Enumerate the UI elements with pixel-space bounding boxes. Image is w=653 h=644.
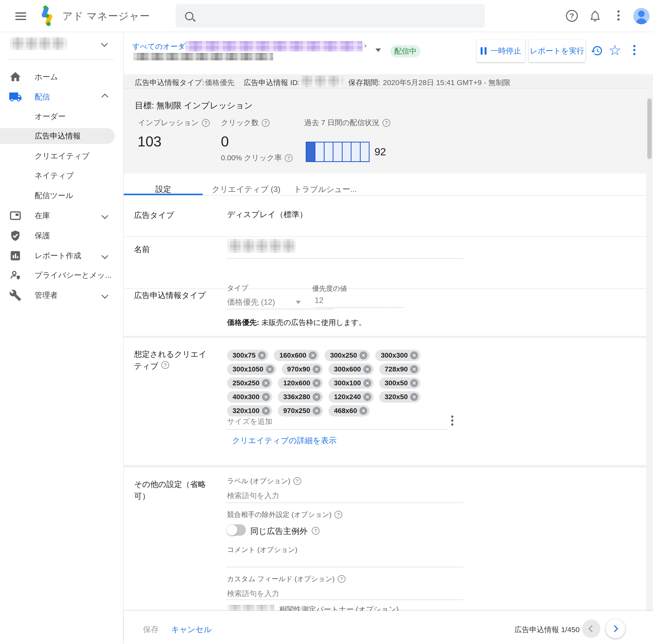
remove-size-icon[interactable]: ×	[258, 351, 266, 360]
size-chip: 160x600 ×	[274, 350, 319, 361]
sidebar-item-privacy[interactable]: プライバシーとメッ...	[0, 267, 115, 283]
sidebar-item-label: レポート作成	[34, 250, 81, 261]
size-chip-label: 160x600	[279, 351, 306, 360]
type-select-value[interactable]: 価格優先 (12)	[227, 297, 275, 308]
name-input[interactable]	[226, 258, 463, 259]
sidebar-item-admin[interactable]: 管理者	[0, 288, 115, 303]
creative-details-link[interactable]: クリエイティブの詳細を表示	[232, 435, 337, 446]
sizes-more-vert-icon[interactable]	[451, 416, 453, 426]
help-icon[interactable]: ?	[285, 154, 293, 162]
remove-size-icon[interactable]: ×	[313, 379, 320, 387]
pause-button-label: 一時停止	[490, 46, 521, 56]
size-chip-label: 300x600	[334, 365, 361, 373]
sidebar-item-delivery[interactable]: 配信	[0, 89, 115, 105]
remove-size-icon[interactable]: ×	[359, 407, 367, 415]
sidebar-item-reporting[interactable]: レポート作成	[0, 248, 115, 264]
label-opt-label: ラベル (オプション) ?	[227, 476, 301, 486]
remove-size-icon[interactable]: ×	[363, 379, 371, 387]
scrollbar-thumb[interactable]	[647, 98, 652, 159]
remove-size-icon[interactable]: ×	[410, 393, 418, 401]
comment-input[interactable]	[226, 567, 463, 567]
label-search-input[interactable]	[226, 502, 463, 503]
sidebar-item-protections[interactable]: 保護	[0, 228, 115, 244]
run-report-label: レポートを実行	[530, 46, 584, 56]
remove-size-icon[interactable]: ×	[262, 393, 270, 401]
help-icon[interactable]: ?	[293, 477, 301, 485]
custom-fields-input[interactable]	[226, 599, 463, 600]
more-vert-icon[interactable]	[618, 10, 620, 21]
chevron-right-icon	[611, 625, 618, 632]
remove-size-icon[interactable]: ×	[410, 365, 418, 373]
help-icon[interactable]: ?	[566, 10, 578, 22]
help-icon[interactable]: ?	[338, 575, 345, 583]
remove-size-icon[interactable]: ×	[309, 351, 317, 360]
breadcrumb-all-orders-link[interactable]: すべてのオーダー	[132, 42, 193, 52]
more-actions-icon[interactable]	[633, 45, 635, 55]
type-label: 広告申込情報タイプ:	[135, 78, 204, 88]
breadcrumb-dropdown-icon[interactable]	[376, 48, 381, 52]
sidebar-item-creatives[interactable]: クリエイティブ	[0, 148, 115, 164]
remove-size-icon[interactable]: ×	[313, 365, 320, 373]
priority-value[interactable]: 12	[315, 296, 323, 305]
help-icon[interactable]: ?	[382, 119, 390, 127]
cancel-button[interactable]: キャンセル	[171, 624, 212, 635]
avatar[interactable]	[633, 8, 650, 24]
sidebar-item-delivery-tools[interactable]: 配信ツール	[0, 188, 115, 203]
remove-size-icon[interactable]: ×	[363, 393, 371, 401]
help-icon[interactable]: ?	[161, 361, 169, 369]
size-chip: 320x50 ×	[379, 391, 420, 403]
sidebar-item-inventory[interactable]: 在庫	[0, 208, 115, 224]
sidebar-item-orders[interactable]: オーダー	[0, 108, 115, 124]
account-chevron-down-icon[interactable]	[101, 40, 108, 47]
remove-size-icon[interactable]: ×	[313, 393, 320, 401]
remove-size-icon[interactable]: ×	[262, 379, 270, 387]
size-chip-label: 300x250	[330, 351, 357, 360]
remove-size-icon[interactable]: ×	[313, 407, 320, 415]
shield-check-icon	[8, 229, 22, 242]
type-value: 価格優先	[205, 78, 235, 88]
previous-page-button[interactable]	[582, 620, 600, 638]
tab-troubleshoot[interactable]: トラブルシュー...	[289, 184, 361, 195]
privacy-person-icon	[8, 269, 22, 282]
delivery-label: 過去 7 日間の配信状況 ?	[304, 118, 390, 128]
breadcrumb-separator: ›	[364, 41, 367, 49]
help-icon[interactable]: ?	[262, 119, 270, 127]
notifications-icon[interactable]	[589, 10, 601, 22]
clicks-value: 0	[221, 133, 229, 150]
goal-text: 目標: 無制限 インプレッション	[135, 100, 253, 111]
size-chip: 300x100 ×	[329, 377, 374, 389]
remove-size-icon[interactable]: ×	[363, 365, 371, 373]
size-chip: 468x60 ×	[329, 405, 370, 417]
add-size-input[interactable]	[226, 429, 448, 430]
account-name-redacted	[10, 37, 67, 50]
size-chip-label: 120x240	[334, 393, 361, 401]
remove-size-icon[interactable]: ×	[262, 407, 270, 415]
sidebar-item-native[interactable]: ネイティブ	[0, 168, 115, 183]
help-icon[interactable]: ?	[312, 527, 320, 535]
star-icon[interactable]: ☆	[608, 43, 621, 57]
sidebar-item-home[interactable]: ホーム	[0, 69, 115, 85]
remove-size-icon[interactable]: ×	[359, 351, 367, 360]
run-report-button[interactable]: レポートを実行	[529, 40, 585, 62]
remove-size-icon[interactable]: ×	[410, 351, 418, 360]
next-page-button[interactable]	[606, 619, 625, 638]
same-advertiser-toggle[interactable]	[226, 524, 246, 536]
id-label: 広告申込情報 ID:	[244, 78, 300, 88]
tab-creatives[interactable]: クリエイティブ (3)	[210, 184, 282, 195]
help-icon[interactable]: ?	[202, 119, 210, 127]
sidebar-item-line-items[interactable]: 広告申込情報	[0, 128, 115, 144]
select-dropdown-icon[interactable]	[296, 301, 301, 304]
sidebar-item-label: クリエイティブ	[34, 151, 90, 161]
remove-size-icon[interactable]: ×	[410, 379, 418, 387]
tab-settings[interactable]: 設定	[124, 184, 203, 195]
size-chip: 970x250 ×	[278, 405, 323, 417]
history-icon[interactable]	[591, 45, 603, 57]
remove-size-icon[interactable]: ×	[266, 365, 274, 373]
help-icon[interactable]: ?	[334, 511, 342, 519]
section-divider	[124, 465, 653, 467]
pause-button[interactable]: 一時停止	[477, 40, 525, 62]
global-search[interactable]	[176, 4, 485, 28]
save-button[interactable]: 保存	[143, 624, 159, 635]
search-input[interactable]	[199, 11, 485, 21]
hamburger-menu-icon[interactable]	[15, 13, 26, 20]
